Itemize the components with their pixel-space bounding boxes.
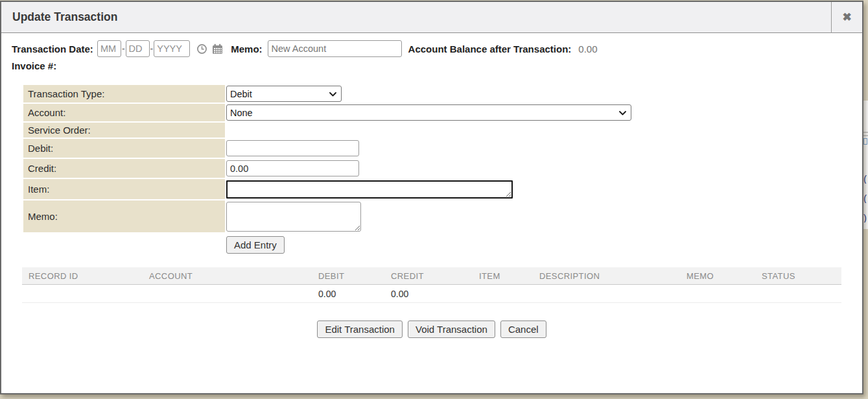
entry-form: Transaction Type: Debit Account: (23, 85, 852, 254)
debit-input[interactable] (226, 140, 359, 156)
memo-top-label: Memo: (231, 43, 262, 54)
close-button[interactable]: ✖ (831, 2, 862, 33)
cell-debit: 0.00 (308, 289, 381, 299)
service-order-label: Service Order: (23, 123, 225, 138)
date-month-input[interactable] (97, 40, 121, 57)
column-header-status: STATUS (751, 271, 865, 281)
account-balance-value: 0.00 (578, 43, 597, 54)
transaction-type-label: Transaction Type: (23, 85, 225, 103)
update-transaction-dialog: Update Transaction ✖ Transaction Date: -… (0, 1, 863, 394)
entries-table-header: RECORD ID ACCOUNT DEBIT CREDIT ITEM DESC… (22, 267, 841, 284)
credit-input[interactable] (226, 160, 359, 176)
column-header-record-id: RECORD ID (22, 271, 139, 281)
close-icon: ✖ (842, 10, 851, 24)
credit-row: Credit: (23, 159, 852, 178)
invoice-number-label: Invoice #: (12, 60, 56, 71)
background-field-fragment (863, 138, 867, 145)
dialog-footer: Edit Transaction Void Transaction Cancel (12, 320, 852, 338)
add-entry-button[interactable]: Add Entry (226, 236, 285, 254)
edit-transaction-button[interactable]: Edit Transaction (317, 320, 403, 338)
column-header-description: DESCRIPTION (529, 271, 676, 281)
dialog-title: Update Transaction (1, 10, 831, 24)
account-select[interactable]: None (226, 104, 631, 121)
dialog-titlebar: Update Transaction ✖ (1, 2, 862, 33)
transaction-date-row: Transaction Date: - - (12, 40, 852, 58)
background-text-fragment: ( (863, 174, 868, 184)
transaction-date-label: Transaction Date: (12, 43, 93, 54)
date-separator: - (122, 43, 125, 54)
date-separator: - (150, 43, 154, 54)
background-line-fragment (863, 132, 868, 133)
column-header-item: ITEM (469, 271, 529, 281)
account-label: Account: (23, 104, 225, 121)
column-header-memo: MEMO (676, 271, 751, 281)
item-row: Item: (23, 179, 852, 199)
background-text-fragment: ) (863, 213, 868, 223)
dialog-content: Transaction Date: - - (1, 33, 862, 338)
credit-label: Credit: (23, 159, 225, 178)
date-day-input[interactable] (126, 40, 150, 57)
account-balance-label: Account Balance after Transaction: (408, 43, 572, 54)
background-page-fragment: ( ( ) (863, 101, 868, 229)
entries-table: RECORD ID ACCOUNT DEBIT CREDIT ITEM DESC… (22, 267, 841, 303)
background-page-sliver: ( ( ) (863, 0, 868, 399)
memo-row: Memo: (23, 200, 852, 232)
debit-label: Debit: (23, 139, 225, 158)
item-input[interactable] (226, 180, 513, 199)
background-text-fragment: ( (863, 193, 868, 203)
background-line-fragment (863, 135, 868, 136)
item-label: Item: (23, 179, 225, 199)
memo-input[interactable] (226, 202, 361, 232)
column-header-account: ACCOUNT (139, 271, 308, 281)
void-transaction-button[interactable]: Void Transaction (408, 320, 495, 338)
column-header-debit: DEBIT (308, 271, 381, 281)
service-order-row: Service Order: (23, 123, 852, 138)
invoice-row: Invoice #: (12, 60, 852, 75)
transaction-type-select[interactable]: Debit (226, 86, 342, 102)
cell-credit: 0.00 (381, 289, 469, 299)
transaction-memo-input[interactable] (268, 40, 402, 57)
calendar-icon[interactable] (212, 43, 223, 54)
transaction-type-row: Transaction Type: Debit (23, 85, 852, 103)
date-year-input[interactable] (154, 40, 190, 57)
memo-label: Memo: (23, 200, 225, 232)
debit-row: Debit: (23, 139, 852, 158)
column-header-credit: CREDIT (381, 271, 469, 281)
cancel-button[interactable]: Cancel (500, 320, 546, 338)
account-row: Account: None (23, 104, 852, 121)
clock-icon[interactable] (196, 43, 207, 54)
table-row[interactable]: 0.00 0.00 (22, 284, 841, 303)
